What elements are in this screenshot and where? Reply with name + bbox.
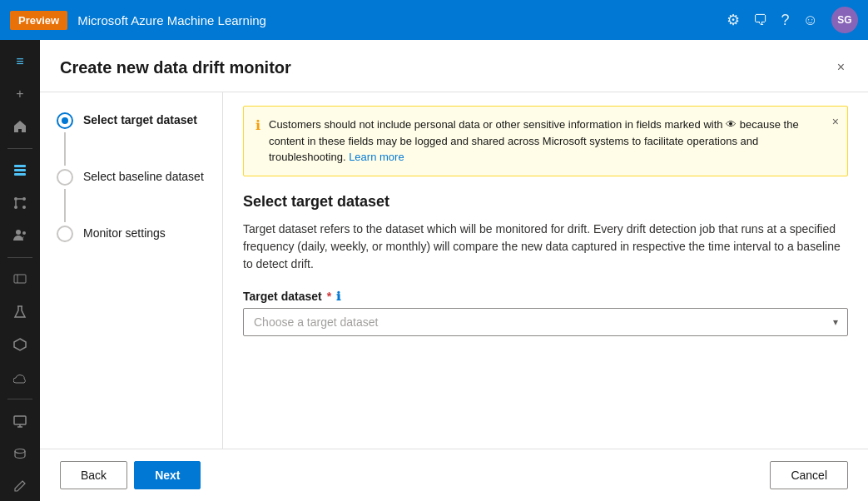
sidebar-item-models[interactable] <box>3 330 37 359</box>
sidebar-item-add[interactable]: + <box>3 79 37 108</box>
info-banner-text: Customers should not include personal da… <box>269 117 836 166</box>
sidebar-item-data[interactable] <box>3 156 37 185</box>
topbar: Preview Microsoft Azure Machine Learning… <box>0 0 868 40</box>
step-1-connector <box>57 112 73 169</box>
sidebar-item-menu[interactable]: ≡ <box>3 47 37 76</box>
svg-marker-14 <box>14 339 26 350</box>
svg-rect-0 <box>14 165 26 167</box>
help-icon[interactable]: ? <box>781 12 790 29</box>
step-2-label: Select baseline dataset <box>83 169 204 183</box>
main-layout: ≡ + <box>0 40 868 501</box>
form-section-desc: Target dataset refers to the dataset whi… <box>243 221 848 273</box>
svg-point-4 <box>22 197 26 201</box>
dialog-footer: Back Next Cancel <box>40 449 868 501</box>
sidebar-item-people[interactable] <box>3 221 37 250</box>
svg-point-3 <box>14 197 17 201</box>
step-3-circle <box>57 226 73 242</box>
step-2-line <box>64 189 66 222</box>
step-1-label: Select target dataset <box>83 112 197 126</box>
step-1-row: Select target dataset <box>57 112 206 169</box>
svg-point-5 <box>14 206 17 209</box>
info-banner-close-button[interactable]: × <box>832 115 839 128</box>
svg-point-10 <box>22 231 26 235</box>
form-panel: ℹ Customers should not include personal … <box>223 92 868 449</box>
info-banner-icon: ℹ <box>255 117 260 133</box>
target-dataset-select-wrapper: Choose a target dataset ▾ <box>243 308 848 336</box>
sidebar-item-pipelines[interactable] <box>3 188 37 217</box>
info-banner: ℹ Customers should not include personal … <box>243 106 848 176</box>
dialog-header: Create new data drift monitor × <box>40 40 868 92</box>
sidebar-item-monitor[interactable] <box>3 406 37 435</box>
step-1-line <box>64 132 66 166</box>
sidebar-divider-1 <box>7 148 32 149</box>
emoji-icon[interactable]: ☺ <box>803 12 818 29</box>
avatar[interactable]: SG <box>831 7 858 33</box>
content-area: Create new data drift monitor × <box>40 40 868 501</box>
step-1-circle <box>57 112 73 129</box>
settings-icon[interactable]: ⚙ <box>727 11 740 29</box>
required-star: * <box>327 290 331 303</box>
app-title: Microsoft Azure Machine Learning <box>77 13 726 27</box>
svg-point-18 <box>15 449 25 453</box>
preview-badge: Preview <box>10 11 67 30</box>
step-2-circle <box>57 169 73 186</box>
close-button[interactable]: × <box>834 57 848 78</box>
topbar-icons: ⚙ 🗨 ? ☺ SG <box>727 7 858 33</box>
svg-rect-2 <box>14 173 26 176</box>
back-button[interactable]: Back <box>60 461 127 489</box>
dialog: Create new data drift monitor × <box>40 40 868 501</box>
learn-more-link[interactable]: Learn more <box>349 151 404 163</box>
sidebar: ≡ + <box>0 40 40 501</box>
steps-panel: Select target dataset Select baseline da… <box>40 92 223 449</box>
sidebar-item-home[interactable] <box>3 112 37 141</box>
cancel-button[interactable]: Cancel <box>770 461 848 489</box>
sidebar-item-edit[interactable] <box>3 472 37 501</box>
dialog-body: Select target dataset Select baseline da… <box>40 92 868 449</box>
feedback-icon[interactable]: 🗨 <box>753 12 768 29</box>
sidebar-item-experiments[interactable] <box>3 297 37 326</box>
sidebar-item-compute[interactable] <box>3 265 37 294</box>
sidebar-item-storage[interactable] <box>3 439 37 468</box>
sidebar-divider-2 <box>7 257 32 258</box>
footer-left: Back Next <box>60 461 201 489</box>
sidebar-divider-3 <box>7 399 32 399</box>
step-3-row: Monitor settings <box>57 226 206 242</box>
svg-point-6 <box>22 206 26 209</box>
svg-rect-15 <box>14 416 26 424</box>
target-dataset-label: Target dataset * ℹ <box>243 290 848 303</box>
step-3-label: Monitor settings <box>83 226 166 240</box>
svg-rect-1 <box>14 169 26 171</box>
step-2-row: Select baseline dataset <box>57 169 206 226</box>
dialog-title: Create new data drift monitor <box>60 58 291 77</box>
target-dataset-info-icon[interactable]: ℹ <box>336 290 340 303</box>
step-1-circle-inner <box>62 117 68 124</box>
next-button[interactable]: Next <box>134 461 201 489</box>
svg-point-9 <box>16 230 21 235</box>
svg-rect-11 <box>14 275 26 283</box>
step-3-connector <box>57 226 73 242</box>
step-2-connector <box>57 169 73 226</box>
sidebar-item-cloud[interactable] <box>3 363 37 392</box>
target-dataset-select[interactable]: Choose a target dataset <box>243 308 848 336</box>
form-section-title: Select target dataset <box>243 193 848 211</box>
